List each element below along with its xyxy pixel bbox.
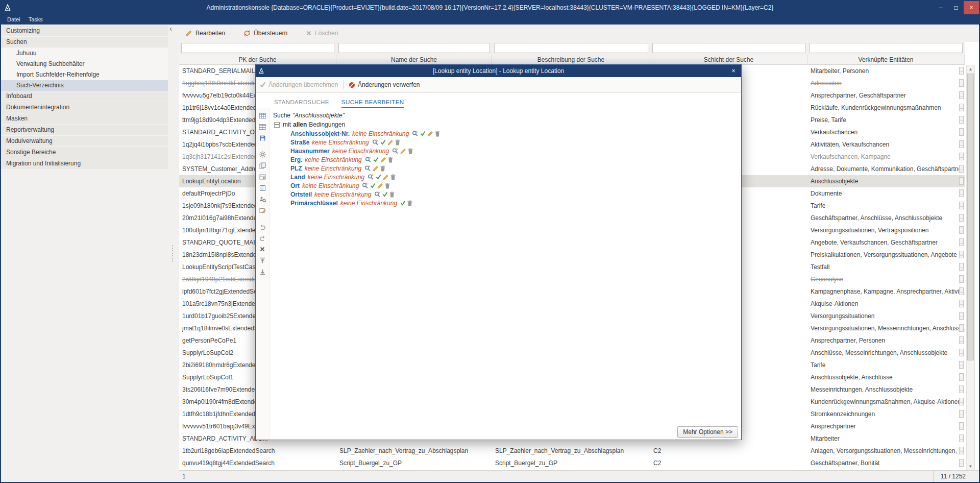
move-up-icon[interactable]	[258, 256, 267, 265]
cell-expand-button[interactable]: …	[959, 226, 964, 234]
trash-icon[interactable]	[408, 148, 413, 154]
filter-input-3[interactable]	[652, 43, 805, 53]
close-button[interactable]: ×	[964, 1, 979, 14]
sidebar-item-reportverwaltung[interactable]: Reportverwaltung	[1, 125, 168, 136]
cell-expand-button[interactable]: …	[959, 128, 964, 136]
dialog-close-button[interactable]: ×	[728, 66, 739, 76]
cell-expand-button[interactable]: …	[959, 385, 964, 393]
table-grid-icon[interactable]	[258, 111, 267, 120]
sidebar-item-juhuuu[interactable]: Juhuuu	[1, 48, 168, 59]
trash-icon[interactable]	[390, 174, 396, 180]
lookup-icon[interactable]	[412, 130, 419, 137]
table-row[interactable]: 1tb2uri18geb6lapExtendedSearchSLP_Zaehle…	[179, 445, 965, 457]
condition-row[interactable]: Landkeine Einschränkung	[273, 173, 736, 181]
check-icon[interactable]	[382, 191, 388, 197]
copy-icon[interactable]	[258, 161, 267, 170]
sidebar-collapse-icon[interactable]: ‹	[169, 25, 172, 33]
sidebar-splitter[interactable]: ‹	[168, 25, 179, 482]
apply-changes-button[interactable]: Änderungen übernehmen	[260, 81, 338, 88]
sidebar-item-infoboard[interactable]: Infoboard	[1, 91, 168, 102]
column-header-0[interactable]: PK der Suche	[179, 55, 336, 64]
redo-icon[interactable]	[258, 233, 267, 243]
condition-row[interactable]: Primärschlüsselkeine Einschränkung	[273, 199, 736, 207]
edit-icon[interactable]	[427, 131, 433, 137]
trash-icon[interactable]	[388, 157, 393, 163]
filter-input-1[interactable]	[338, 43, 490, 53]
column-header-2[interactable]: Beschreibung der Suche	[492, 55, 650, 64]
conditions-root-node[interactable]: mit allen Bedingungen	[273, 120, 736, 129]
cell-expand-button[interactable]: …	[959, 459, 964, 467]
cell-expand-button[interactable]: …	[959, 447, 964, 454]
cell-expand-button[interactable]: …	[959, 300, 964, 307]
edit-icon[interactable]	[373, 165, 379, 172]
sidebar-item-customizing[interactable]: Customizing	[1, 26, 168, 37]
cell-expand-button[interactable]: …	[959, 324, 964, 332]
cell-expand-button[interactable]: …	[959, 79, 964, 87]
cell-expand-button[interactable]: …	[959, 434, 964, 442]
cell-expand-button[interactable]: …	[959, 398, 964, 405]
lookup-icon[interactable]	[364, 165, 371, 172]
cell-expand-button[interactable]: …	[959, 140, 964, 148]
cell-expand-button[interactable]: …	[959, 177, 964, 185]
trash-icon[interactable]	[385, 183, 390, 189]
check-icon[interactable]	[400, 200, 406, 206]
table-row[interactable]: qunvu419q8tgj44ExtendedSearchScript_Buer…	[179, 457, 965, 469]
condition-row[interactable]: Hausnummerkeine Einschränkung	[273, 147, 736, 155]
filter-input-0[interactable]	[181, 43, 334, 53]
form-icon[interactable]	[258, 183, 267, 192]
splitter-grip[interactable]	[172, 245, 173, 261]
check-icon[interactable]	[376, 174, 381, 180]
edit-icon[interactable]	[380, 157, 386, 163]
cell-expand-button[interactable]: …	[959, 349, 964, 356]
vertical-scrollbar[interactable]: ▲ ▼	[966, 65, 975, 471]
edit-icon[interactable]	[377, 183, 383, 189]
undo-icon[interactable]	[258, 222, 267, 231]
lookup-icon[interactable]	[368, 174, 374, 180]
cell-expand-button[interactable]: …	[959, 312, 964, 320]
check-icon[interactable]	[373, 157, 379, 162]
filter-input-2[interactable]	[494, 43, 648, 53]
column-header-4[interactable]: Verknüpfte Entitäten	[807, 55, 965, 64]
cell-expand-button[interactable]: …	[959, 373, 964, 381]
cell-expand-button[interactable]: …	[959, 275, 964, 283]
trash-icon[interactable]	[407, 200, 412, 206]
person-search-icon[interactable]	[258, 195, 267, 204]
lookup-icon[interactable]	[362, 182, 369, 189]
sidebar-item-modulverwaltung[interactable]: Modulverwaltung	[1, 136, 168, 147]
minimize-button[interactable]: –	[933, 1, 948, 14]
trash-icon[interactable]	[389, 191, 395, 198]
sidebar-item-import-suchfelder-reihenfolge[interactable]: Import Suchfelder-Reihenfolge	[1, 69, 168, 80]
more-options-button[interactable]: Mehr Optionen >>	[677, 426, 738, 438]
collapse-expander-icon[interactable]	[274, 122, 280, 128]
tab-suche-bearbeiten[interactable]: SUCHE BEARBEITEN	[341, 99, 404, 108]
trash-icon[interactable]	[380, 165, 385, 172]
scrollbar-thumb[interactable]	[967, 74, 974, 360]
insert-row-icon[interactable]	[258, 172, 267, 181]
lookup-icon[interactable]	[392, 148, 399, 154]
sidebar-item-such-verzeichnis[interactable]: Such-Verzeichnis	[1, 80, 168, 91]
cell-expand-button[interactable]: …	[959, 410, 964, 418]
edit-icon[interactable]	[383, 174, 389, 180]
trash-icon[interactable]	[395, 139, 400, 146]
condition-row[interactable]: PLZkeine Einschränkung	[273, 164, 736, 173]
delete-icon[interactable]	[258, 245, 267, 254]
cell-expand-button[interactable]: …	[959, 251, 964, 258]
cell-expand-button[interactable]: …	[959, 91, 964, 99]
cell-expand-button[interactable]: …	[959, 67, 964, 75]
column-header-1[interactable]: Name der Suche	[336, 55, 492, 64]
cell-expand-button[interactable]: …	[959, 422, 964, 430]
condition-row[interactable]: Anschlussobjekt-Nr.keine Einschränkung	[273, 129, 736, 138]
condition-row[interactable]: Erg.keine Einschränkung	[273, 155, 736, 164]
move-down-icon[interactable]	[258, 267, 267, 276]
sidebar-item-masken[interactable]: Masken	[1, 113, 168, 125]
sidebar-item-sonstige-bereiche[interactable]: Sonstige Bereiche	[1, 147, 168, 158]
scroll-down-icon[interactable]: ▼	[967, 463, 974, 470]
check-icon[interactable]	[420, 131, 426, 136]
edit-icon[interactable]	[387, 139, 394, 146]
table-grid-alt-icon[interactable]	[258, 122, 267, 131]
column-header-3[interactable]: Schicht der Suche	[650, 55, 807, 64]
cell-expand-button[interactable]: …	[959, 189, 964, 197]
filter-input-4[interactable]	[810, 43, 963, 53]
trash-icon[interactable]	[435, 131, 440, 137]
cell-expand-button[interactable]: …	[959, 104, 964, 111]
